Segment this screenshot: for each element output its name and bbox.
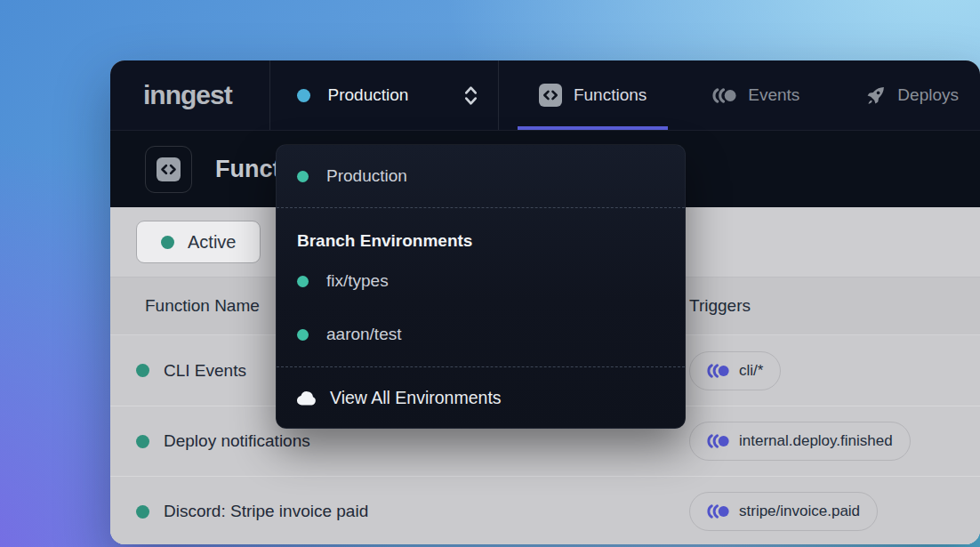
function-status-dot [136,364,149,377]
environment-label: Production [328,85,409,105]
rocket-icon [865,85,886,106]
dropdown-item-label: fix/types [326,271,389,291]
environment-status-dot [297,171,309,182]
functions-page-icon-box [145,146,192,193]
nav-tabs: Functions Events [499,60,980,130]
table-row[interactable]: Discord: Stripe invoice paid stripe/invo… [110,476,980,544]
tab-events[interactable]: Events [691,60,821,130]
function-name-cell: Discord: Stripe invoice paid [110,502,689,521]
trigger-name: cli/* [739,362,763,380]
event-stream-icon [707,504,729,519]
chevron-up-down-icon [463,84,478,107]
function-status-dot [136,505,149,519]
dropdown-item-label: aaron/test [326,325,402,344]
app-window: inngest Production Functions [110,60,980,544]
cloud-icon [296,390,317,406]
environment-status-dot [297,89,310,102]
dropdown-item-branch[interactable]: aaron/test [277,308,685,361]
environment-selector[interactable]: Production [270,60,499,130]
function-name-cell: Deploy notifications [110,431,689,451]
branch-environments-heading: Branch Environments [277,228,685,254]
trigger-cell: cli/* [689,351,980,390]
inngest-logo: inngest [143,80,232,110]
dropdown-item-branch[interactable]: fix/types [277,254,685,308]
function-name: CLI Events [164,361,246,381]
trigger-name: internal.deploy.finished [739,432,893,450]
branch-environments-section: Branch Environments fix/types aaron/test [277,208,685,366]
view-all-environments-item[interactable]: View All Environments [277,367,685,428]
tab-label: Functions [574,85,647,105]
trigger-cell: internal.deploy.finished [689,422,980,461]
tab-label: Deploys [897,85,959,105]
function-status-dot [136,435,149,448]
trigger-cell: stripe/invoice.paid [689,492,980,531]
trigger-name: stripe/invoice.paid [739,503,860,520]
tab-functions[interactable]: Functions [518,60,668,130]
environment-status-dot [297,276,309,287]
event-stream-icon [707,434,729,448]
function-name: Deploy notifications [164,431,310,451]
dropdown-item-production[interactable]: Production [277,145,685,207]
tab-label: Events [748,85,799,105]
column-triggers: Triggers [689,296,980,316]
function-name: Discord: Stripe invoice paid [164,502,368,521]
event-stream-icon [712,88,736,103]
active-filter-button[interactable]: Active [136,221,261,263]
tab-deploys[interactable]: Deploys [844,60,980,130]
active-status-dot [161,236,174,249]
view-all-environments-label: View All Environments [330,388,502,408]
code-icon [539,84,562,107]
dropdown-item-label: Production [326,166,407,186]
trigger-badge[interactable]: cli/* [689,351,781,390]
event-stream-icon [707,364,729,378]
trigger-badge[interactable]: internal.deploy.finished [689,422,911,461]
code-icon [157,157,181,181]
top-navbar: inngest Production Functions [110,60,980,131]
logo-container: inngest [110,60,269,130]
trigger-badge[interactable]: stripe/invoice.paid [689,492,878,531]
active-filter-label: Active [188,232,236,253]
environment-status-dot [297,329,309,341]
environment-dropdown: Production Branch Environments fix/types… [276,144,686,429]
